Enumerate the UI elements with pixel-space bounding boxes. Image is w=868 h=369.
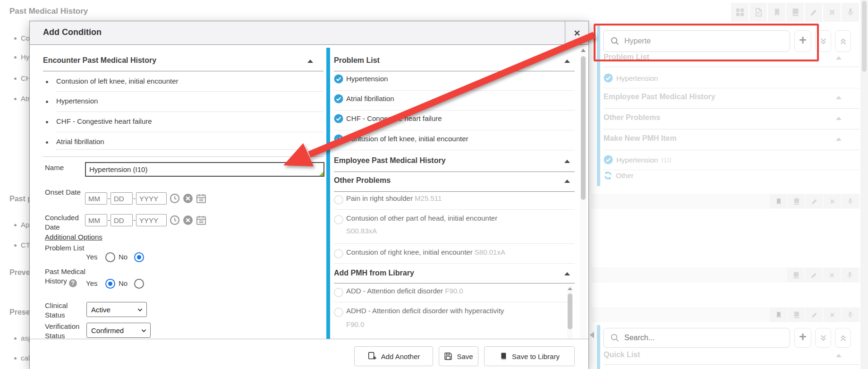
document-icon[interactable] xyxy=(749,3,767,22)
chevron-up-icon[interactable] xyxy=(564,60,570,63)
add-another-button[interactable]: Add Another xyxy=(354,346,433,366)
close-icon[interactable] xyxy=(823,268,840,282)
grid-icon[interactable] xyxy=(731,3,749,22)
bookmark-icon[interactable] xyxy=(768,3,785,22)
page-scrollbar[interactable] xyxy=(860,0,868,369)
page-scrollbar-thumb[interactable] xyxy=(862,1,867,72)
chevron-up-icon[interactable] xyxy=(836,137,842,141)
book-icon[interactable] xyxy=(787,268,804,282)
library-title[interactable]: Add PMH from Library xyxy=(334,269,414,277)
close-icon[interactable] xyxy=(824,194,841,208)
clock-icon[interactable] xyxy=(170,193,180,204)
bookmark-icon[interactable] xyxy=(770,308,787,322)
microphone-icon[interactable] xyxy=(842,194,859,208)
help-icon[interactable]: ? xyxy=(69,279,77,287)
add-button[interactable]: + xyxy=(794,30,811,52)
expand-all-button[interactable] xyxy=(815,328,831,348)
sidebar-section-quick-list[interactable]: Quick List xyxy=(604,351,640,359)
pencil-icon[interactable] xyxy=(806,308,823,322)
select-circle-icon[interactable] xyxy=(334,195,343,205)
select-circle-icon[interactable] xyxy=(334,249,343,258)
check-circle-icon[interactable] xyxy=(334,114,343,123)
close-icon[interactable] xyxy=(824,308,841,322)
chevron-up-icon[interactable] xyxy=(836,117,842,120)
library-scrollbar[interactable] xyxy=(567,286,573,339)
chevron-up-icon[interactable] xyxy=(307,60,313,63)
name-input[interactable] xyxy=(85,162,324,177)
scroll-up-arrow[interactable] xyxy=(581,49,586,52)
search-input[interactable] xyxy=(623,333,790,343)
encounter-pmh-item[interactable]: Contusion of left knee, initial encounte… xyxy=(56,77,179,85)
problem-list-no-radio[interactable] xyxy=(134,252,144,262)
select-circle-icon[interactable] xyxy=(334,215,343,224)
onset-day-input[interactable] xyxy=(111,193,132,204)
close-icon[interactable] xyxy=(823,3,841,22)
library-scrollbar-thumb[interactable] xyxy=(568,293,572,329)
collapse-all-button[interactable] xyxy=(835,328,851,348)
onset-month-input[interactable] xyxy=(85,193,107,204)
calendar-icon[interactable] xyxy=(196,215,206,225)
book-icon[interactable] xyxy=(788,194,805,208)
bookmark-icon[interactable] xyxy=(770,194,787,208)
chevron-up-icon[interactable] xyxy=(564,160,570,163)
select-circle-icon[interactable] xyxy=(334,308,343,317)
library-item[interactable]: ADHD - Attention deficit disorder with h… xyxy=(346,307,563,328)
sidebar-section-problem-list[interactable]: Problem List xyxy=(604,53,649,61)
problem-list-yes-radio[interactable] xyxy=(105,252,115,262)
book-icon[interactable] xyxy=(788,308,805,322)
microphone-icon[interactable] xyxy=(842,3,859,22)
collapse-all-button[interactable] xyxy=(835,30,851,52)
clear-circle-icon[interactable] xyxy=(183,215,193,225)
problem-list-title[interactable]: Problem List xyxy=(334,56,380,65)
concluded-year-input[interactable] xyxy=(136,215,166,226)
chevron-up-icon[interactable] xyxy=(836,96,842,99)
select-circle-icon[interactable] xyxy=(334,288,343,297)
other-problem-item[interactable]: Pain in right shoulder M25.511 xyxy=(346,194,442,202)
clear-circle-icon[interactable] xyxy=(183,193,193,204)
encounter-pmh-item[interactable]: Atrial fibrillation xyxy=(56,137,104,146)
sidebar-item[interactable]: Hypertension I10 xyxy=(604,155,671,164)
chevron-up-icon[interactable] xyxy=(564,180,570,183)
problem-list-item[interactable]: CHF - Congestive heart failure xyxy=(346,114,442,122)
encounter-pmh-item[interactable]: CHF - Congestive heart failure xyxy=(56,117,152,125)
verification-status-select[interactable]: Confirmed xyxy=(86,323,151,338)
pencil-icon[interactable] xyxy=(806,194,823,208)
problem-list-item[interactable]: Contusion of left knee, initial encounte… xyxy=(346,135,468,143)
close-button[interactable] xyxy=(565,21,588,44)
sidebar-item[interactable]: Hypertension xyxy=(604,73,658,83)
pencil-icon[interactable] xyxy=(805,3,822,22)
other-problems-title[interactable]: Other Problems xyxy=(334,176,391,185)
problem-list-item[interactable]: Atrial fibrillation xyxy=(346,94,394,103)
problem-list-item[interactable]: Hypertension xyxy=(346,75,388,83)
sidebar-search-top[interactable] xyxy=(603,30,790,52)
scroll-up-arrow[interactable] xyxy=(568,287,572,290)
clock-icon[interactable] xyxy=(170,215,180,225)
other-problem-item[interactable]: Contusion of other part of head, initial… xyxy=(346,214,568,235)
calendar-icon[interactable] xyxy=(196,193,206,204)
encounter-pmh-item[interactable]: Hypertension xyxy=(56,97,98,105)
sidebar-item-other[interactable]: Other xyxy=(604,171,634,180)
clinical-status-select[interactable]: Active xyxy=(86,302,147,317)
save-button[interactable]: Save xyxy=(439,346,478,366)
sidebar-section-make-new-pmh[interactable]: Make New PMH Item xyxy=(604,134,677,143)
check-circle-icon[interactable] xyxy=(334,74,343,84)
save-to-library-button[interactable]: Save to Library xyxy=(484,346,575,366)
pencil-icon[interactable] xyxy=(805,268,822,282)
library-item[interactable]: ADD - Attention deficit disorder F90.0 xyxy=(346,287,463,295)
search-input[interactable] xyxy=(623,36,790,46)
chevron-up-icon[interactable] xyxy=(836,56,842,60)
expand-all-button[interactable] xyxy=(815,30,831,52)
add-button[interactable]: + xyxy=(794,328,811,348)
microphone-icon[interactable] xyxy=(842,308,859,322)
chevron-up-icon[interactable] xyxy=(836,354,842,357)
sidebar-collapse-handle[interactable] xyxy=(590,332,594,338)
encounter-pmh-title[interactable]: Encounter Past Medical History xyxy=(43,56,156,65)
sidebar-collapse-handle[interactable] xyxy=(590,33,594,40)
modal-scrollbar-thumb[interactable] xyxy=(581,56,586,200)
modal-scrollbar[interactable] xyxy=(580,46,587,369)
additional-options-link[interactable]: Additional Options xyxy=(45,233,102,241)
concluded-day-input[interactable] xyxy=(111,215,132,226)
pmh-no-radio[interactable] xyxy=(134,279,144,289)
sidebar-search-bottom[interactable] xyxy=(603,328,790,348)
other-problem-item[interactable]: Contusion of right knee, initial encount… xyxy=(346,248,505,256)
